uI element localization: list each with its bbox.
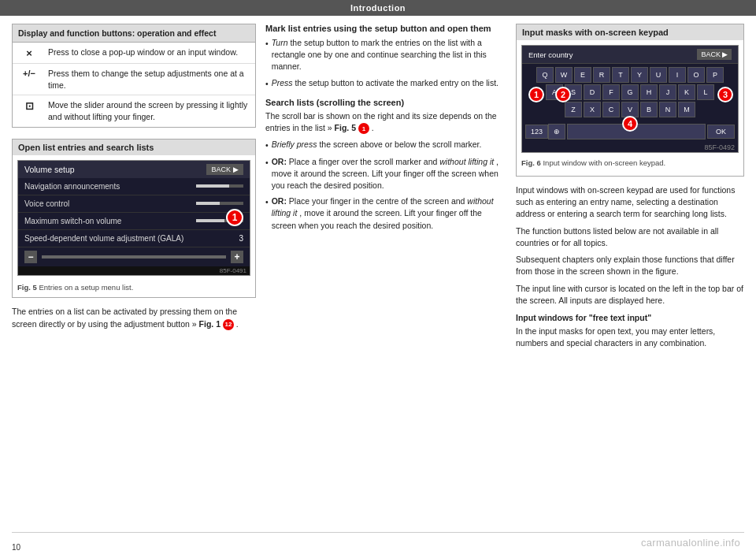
right-para-2: The function buttons listed below are no…	[516, 225, 744, 249]
km-special-btn: ⊕	[548, 124, 565, 140]
search-rest-3a: Place your finger in the centre of the s…	[289, 196, 467, 206]
km-key-R: R	[593, 67, 610, 83]
briefly-press-italic: Briefly press	[272, 140, 317, 149]
search-lists-heading: Search lists (scrolling the screen)	[265, 98, 506, 107]
search-bullet-1-text: Briefly press the screen above or below …	[272, 139, 482, 151]
vs-row-voice: Voice control	[18, 195, 250, 213]
km-key-E: E	[574, 67, 591, 83]
search-bullet-2: • OR: Place a finger over the scroll mar…	[265, 156, 506, 192]
function-table: Display and function buttons: operation …	[12, 24, 256, 128]
volume-setup-screenshot: Volume setup BACK ▶ Navigation announcem…	[17, 160, 250, 276]
vs-back-btn: BACK ▶	[206, 164, 243, 175]
bullet-dot-1: •	[265, 38, 269, 50]
search-intro-period: .	[372, 123, 374, 132]
mark-bullet-2: • Press the setup button to activate the…	[265, 77, 506, 90]
km-123-btn: 123	[525, 125, 548, 139]
km-fig-caption-text: Input window with on-screen keypad.	[543, 158, 665, 167]
vs-row-nav: Navigation announcements	[18, 178, 250, 195]
input-mask-content: Enter country BACK ▶ Q W E R	[517, 40, 743, 176]
vs-label-nav: Navigation announcements	[24, 182, 120, 191]
search-intro-text: The scroll bar is shown on the right and…	[265, 111, 497, 132]
or-2: OR:	[272, 196, 287, 206]
bar-track-nav	[196, 184, 243, 188]
circle-2: 2	[555, 87, 571, 102]
km-key-B: B	[640, 102, 658, 117]
left-column: Display and function buttons: operation …	[12, 24, 256, 519]
vs-bottom-controls: − +	[18, 247, 250, 266]
search-intro-arrow: »	[328, 123, 332, 132]
vs-back-arrow: ▶	[233, 166, 239, 173]
vs-row-gala: Speed-dependent volume adjustment (GALA)…	[18, 230, 250, 247]
desc-plusminus: Press them to change the setup adjustmen…	[48, 68, 250, 91]
km-title: Enter country	[528, 50, 573, 59]
vs-fig-label: Fig. 5	[17, 283, 37, 292]
bar-fill-max	[196, 219, 224, 222]
circle-3: 3	[717, 87, 733, 102]
mark-bullet-1: • Turn the setup button to mark the entr…	[265, 37, 506, 73]
or-1: OR:	[272, 157, 287, 166]
symbol-slider: ⊡	[18, 100, 40, 112]
list-activation-text: The entries on a list can be activated b…	[12, 306, 256, 331]
vs-fig-num: 85F-0491	[18, 266, 250, 275]
search-dot-1: •	[265, 140, 269, 151]
vs-slider-track	[42, 255, 226, 259]
table-row-x: × Press to close a pop-up window or an i…	[13, 43, 255, 64]
mark-italic-1: Turn	[272, 38, 288, 47]
without-lifting-1: without lifting it	[439, 157, 494, 166]
km-key-N: N	[659, 102, 676, 117]
km-back-btn: BACK ▶	[697, 49, 732, 60]
km-back-label: BACK	[701, 50, 721, 58]
watermark: carmanualonline.info	[641, 537, 740, 549]
km-key-O: O	[687, 67, 705, 83]
search-intro-ref: Fig. 5	[335, 123, 356, 132]
km-key-V: V	[621, 102, 639, 117]
km-key-F: F	[602, 84, 620, 100]
vs-bar-nav	[196, 184, 243, 188]
vs-minus-btn: −	[24, 251, 37, 263]
page-number: 10	[12, 543, 20, 556]
km-key-L: L	[697, 84, 714, 100]
bar-track-voice	[196, 202, 243, 205]
search-bullet-2-text: OR: Place a finger over the scroll marke…	[272, 156, 506, 192]
right-para-4: The input line with cursor is located on…	[516, 283, 744, 307]
symbol-x: ×	[18, 47, 40, 59]
search-lists-section: Search lists (scrolling the screen) The …	[265, 98, 506, 232]
search-bullet-1: • Briefly press the screen above or belo…	[265, 139, 506, 151]
search-dot-3: •	[265, 196, 269, 208]
function-table-header: Display and function buttons: operation …	[13, 24, 255, 43]
km-key-D: D	[584, 84, 601, 100]
vs-plus-btn: +	[231, 251, 243, 263]
page: Introduction Display and function button…	[0, 0, 756, 558]
table-row-plusminus: +/− Press them to change the setup adjus…	[13, 64, 255, 95]
mark-rest-2: the setup button to activate the marked …	[295, 78, 498, 87]
vs-bar-voice	[196, 202, 243, 205]
symbol-plusminus: +/−	[18, 69, 40, 78]
km-title-bar: Enter country BACK ▶	[522, 46, 738, 64]
vs-title-bar: Volume setup BACK ▶	[18, 161, 250, 178]
vs-title: Volume setup	[24, 165, 75, 174]
km-key-U: U	[650, 67, 667, 83]
activation-circle: 12	[223, 319, 234, 330]
search-bullet-3-text: OR: Place your finger in the centre of t…	[272, 195, 506, 232]
mark-list-title: Mark list entries using the setup button…	[265, 24, 506, 33]
desc-x: Press to close a pop-up window or an inp…	[48, 46, 238, 58]
km-key-X: X	[584, 102, 601, 117]
bullet-dot-2: •	[265, 78, 269, 90]
mark-list-section: Mark list entries using the setup button…	[265, 24, 506, 90]
bar-fill-voice	[196, 202, 220, 205]
km-key-P: P	[706, 67, 724, 83]
header-bar: Introduction	[0, 0, 756, 16]
km-fig-caption-row: Fig. 6 Input window with on-screen keypa…	[521, 157, 739, 171]
km-key-H: H	[640, 84, 658, 100]
circle-1: 1	[528, 87, 544, 102]
header-title: Introduction	[350, 3, 406, 13]
desc-slider: Move the slider around the screen by pre…	[48, 99, 250, 122]
search-rest-2a: Place a finger over the scroll marker an…	[289, 157, 439, 166]
search-rest-3b: , move it around the screen. Lift your f…	[272, 208, 482, 229]
search-intro-circle: 1	[358, 123, 369, 134]
vs-label-voice: Voice control	[24, 199, 69, 208]
circle-num-1: 1	[226, 209, 243, 226]
km-key-K: K	[678, 84, 695, 100]
free-text-subheading: Input windows for "free text input"	[516, 313, 744, 322]
km-ok-btn: OK	[707, 125, 735, 139]
